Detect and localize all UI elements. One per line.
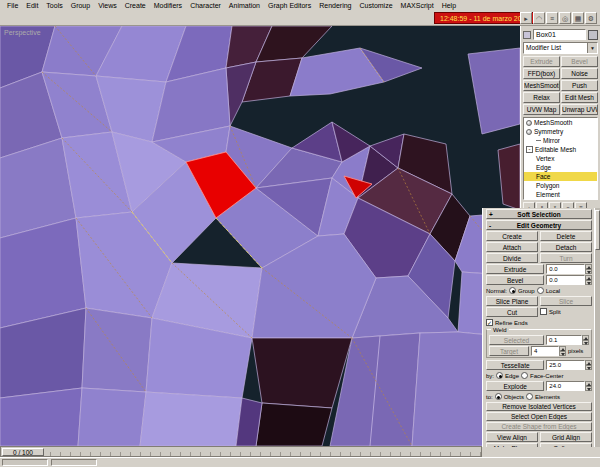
menu-tools[interactable]: Tools <box>42 2 66 9</box>
explode-button[interactable]: Explode <box>486 381 544 391</box>
refine-ends-checkbox[interactable]: ✓ <box>486 319 493 326</box>
bevel-value[interactable]: 0.0 <box>546 275 585 285</box>
stack-item-face[interactable]: Face <box>524 172 597 181</box>
object-color-swatch[interactable] <box>588 30 598 40</box>
weld-selected-value[interactable]: 0.1 <box>546 335 582 345</box>
stack-item-polygon[interactable]: Polygon <box>524 181 597 190</box>
chevron-down-icon[interactable]: ▼ <box>587 43 597 53</box>
divide-button[interactable]: Divide <box>486 253 538 263</box>
face-center-radio[interactable] <box>521 372 528 379</box>
menu-graph-editors[interactable]: Graph Editors <box>264 2 315 9</box>
bevel-shortcut-button[interactable]: Bevel <box>561 56 598 67</box>
stack-item-meshsmooth[interactable]: MeshSmooth <box>524 118 597 127</box>
menu-create[interactable]: Create <box>121 2 150 9</box>
slice-plane-button[interactable]: Slice Plane <box>486 296 538 306</box>
spin-down-icon[interactable] <box>582 340 589 345</box>
push-button[interactable]: Push <box>561 80 598 91</box>
edge-radio[interactable] <box>496 372 503 379</box>
ffd-box-button[interactable]: FFD(box) <box>523 68 560 79</box>
hierarchy-tab-icon[interactable]: ≡ <box>546 12 558 24</box>
menu-group[interactable]: Group <box>67 2 94 9</box>
menu-edit[interactable]: Edit <box>22 2 42 9</box>
weld-target-spinner[interactable]: 4 <box>531 346 566 356</box>
weld-selected-button[interactable]: Selected <box>489 335 544 345</box>
mesh-canvas[interactable] <box>0 26 520 446</box>
create-shape-from-edges-button[interactable]: Create Shape from Edges <box>486 422 592 431</box>
edit-mesh-button[interactable]: Edit Mesh <box>561 92 598 103</box>
menu-file[interactable]: File <box>3 2 22 9</box>
stack-item-element[interactable]: Element <box>524 190 597 199</box>
grid-align-button[interactable]: Grid Align <box>540 432 592 442</box>
lightbulb-icon[interactable] <box>526 129 532 135</box>
turn-button[interactable]: Turn <box>540 253 592 263</box>
explode-value[interactable]: 24.0 <box>546 381 585 391</box>
rollout-edit-geometry[interactable]: - Edit Geometry <box>486 220 592 230</box>
weld-selected-spinner[interactable]: 0.1 <box>546 335 589 345</box>
stack-item-editable-mesh[interactable]: - Editable Mesh <box>524 145 597 154</box>
cut-button[interactable]: Cut <box>486 307 538 317</box>
menu-character[interactable]: Character <box>186 2 225 9</box>
modifier-list-dropdown[interactable]: Modifier List ▼ <box>523 42 598 54</box>
menu-modifiers[interactable]: Modifiers <box>150 2 186 9</box>
viewport-perspective[interactable]: Perspective <box>0 26 520 446</box>
menu-views[interactable]: Views <box>94 2 121 9</box>
stack-item-mirror[interactable]: Mirror <box>524 136 597 145</box>
collapse-box-icon[interactable]: - <box>526 146 533 153</box>
bevel-spinner[interactable]: 0.0 <box>546 275 592 285</box>
menu-rendering[interactable]: Rendering <box>315 2 355 9</box>
extrude-spinner[interactable]: 0.0 <box>546 264 592 274</box>
timeline[interactable]: 0 / 100 <box>0 446 482 457</box>
modify-tab-icon[interactable]: ◠ <box>533 12 545 24</box>
uvw-map-button[interactable]: UVW Map <box>523 104 560 115</box>
normal-group-radio[interactable] <box>509 287 516 294</box>
detach-button[interactable]: Detach <box>540 242 592 252</box>
menu-animation[interactable]: Animation <box>225 2 264 9</box>
weld-target-button[interactable]: Target <box>489 346 529 356</box>
motion-tab-icon[interactable]: ◎ <box>559 12 571 24</box>
bevel-button[interactable]: Bevel <box>486 275 544 285</box>
remove-isolated-vertices-button[interactable]: Remove Isolated Vertices <box>486 402 592 411</box>
spin-down-icon[interactable] <box>585 269 592 274</box>
object-name-field[interactable]: Box01 <box>533 29 586 40</box>
stack-item-vertex[interactable]: Vertex <box>524 154 597 163</box>
display-tab-icon[interactable]: ▦ <box>572 12 584 24</box>
objects-radio[interactable] <box>495 393 502 400</box>
spin-down-icon[interactable] <box>559 351 566 356</box>
explode-spinner[interactable]: 24.0 <box>546 381 592 391</box>
create-button[interactable]: Create <box>486 231 538 241</box>
tessellate-button[interactable]: Tessellate <box>486 360 544 370</box>
rollout-scrollbar[interactable] <box>594 208 600 447</box>
slice-button[interactable]: Slice <box>540 296 592 306</box>
noise-button[interactable]: Noise <box>561 68 598 79</box>
elements-radio[interactable] <box>526 393 533 400</box>
rollout-soft-selection[interactable]: + Soft Selection <box>486 209 592 219</box>
select-open-edges-button[interactable]: Select Open Edges <box>486 412 592 421</box>
unwrap-uvw-button[interactable]: Unwrap UVW <box>561 104 598 115</box>
stack-item-symmetry[interactable]: Symmetry <box>524 127 597 136</box>
scrollbar-thumb[interactable] <box>595 210 600 250</box>
utilities-tab-icon[interactable]: ⚙ <box>585 12 597 24</box>
weld-target-value[interactable]: 4 <box>531 346 559 356</box>
menu-maxscript[interactable]: MAXScript <box>397 2 438 9</box>
spin-down-icon[interactable] <box>585 365 592 370</box>
create-tab-icon[interactable]: ▸ <box>520 12 532 24</box>
tessellate-spinner[interactable]: 25.0 <box>546 360 592 370</box>
make-planar-button[interactable]: Make Planar <box>486 443 538 447</box>
view-align-button[interactable]: View Align <box>486 432 538 442</box>
extrude-button[interactable]: Extrude <box>486 264 544 274</box>
extrude-value[interactable]: 0.0 <box>546 264 585 274</box>
lightbulb-icon[interactable] <box>526 120 532 126</box>
tessellate-value[interactable]: 25.0 <box>546 360 585 370</box>
stack-item-edge[interactable]: Edge <box>524 163 597 172</box>
meshsmooth-button[interactable]: MeshSmooth <box>523 80 560 91</box>
menu-help[interactable]: Help <box>438 2 460 9</box>
normal-local-radio[interactable] <box>537 287 544 294</box>
viewport-label[interactable]: Perspective <box>4 29 41 36</box>
collapse-button[interactable]: Collapse <box>540 443 592 447</box>
timeline-slider[interactable]: 0 / 100 <box>2 448 44 456</box>
split-checkbox[interactable] <box>540 308 547 315</box>
spin-down-icon[interactable] <box>585 280 592 285</box>
menu-customize[interactable]: Customize <box>356 2 397 9</box>
delete-button[interactable]: Delete <box>540 231 592 241</box>
attach-button[interactable]: Attach <box>486 242 538 252</box>
